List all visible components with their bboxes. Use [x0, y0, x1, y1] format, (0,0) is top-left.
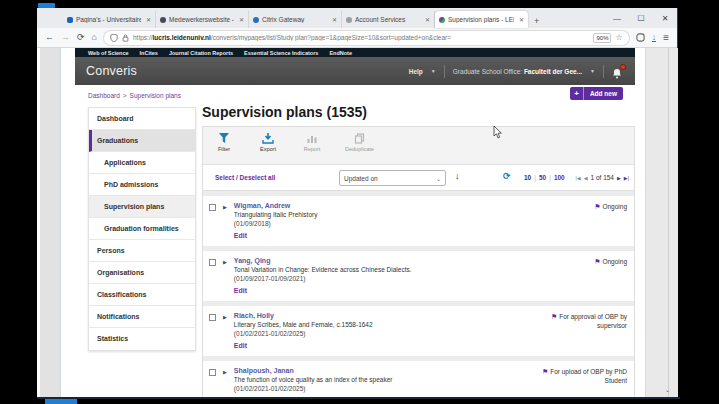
- bookmark-star-icon[interactable]: ☆: [615, 33, 622, 42]
- menu-icon[interactable]: ≡: [663, 32, 669, 43]
- help-menu[interactable]: Help: [409, 68, 423, 75]
- endnote-link[interactable]: EndNote: [329, 50, 352, 56]
- sidebar-item-applications[interactable]: Applications: [89, 152, 195, 174]
- sidebar-item-notifications[interactable]: Notifications: [89, 306, 195, 328]
- person-link[interactable]: Yang, Qing: [234, 257, 412, 264]
- esi-link[interactable]: Essential Science Indicators: [244, 50, 318, 56]
- add-new-button[interactable]: + Add new: [570, 87, 623, 100]
- sidebar-item-supervision-plans[interactable]: Supervision plans: [89, 196, 195, 218]
- next-page-icon[interactable]: ▶: [617, 175, 621, 181]
- person-link[interactable]: Wigman, Andrew: [234, 202, 318, 209]
- page-size-50[interactable]: 50: [539, 174, 546, 181]
- close-button[interactable]: ✕: [653, 14, 677, 23]
- edit-link[interactable]: Edit: [234, 342, 373, 349]
- maximize-button[interactable]: ☐: [629, 14, 653, 23]
- scrollbar-down-arrow[interactable]: ⌄: [665, 386, 670, 393]
- new-tab-button[interactable]: +: [528, 16, 545, 28]
- refresh-icon[interactable]: ⟳: [503, 172, 511, 181]
- downloads-icon[interactable]: ↓: [652, 34, 657, 42]
- divider: |: [549, 174, 551, 181]
- tab-close-icon[interactable]: ✕: [423, 16, 430, 23]
- office-label: Graduate School Office:: [453, 68, 522, 75]
- tab-close-icon[interactable]: ✕: [144, 16, 151, 23]
- last-page-icon[interactable]: ▶|: [624, 175, 629, 181]
- notifications-bell[interactable]: [612, 65, 624, 77]
- expand-arrow-icon[interactable]: ▶: [223, 314, 227, 320]
- filter-icon: [218, 133, 230, 144]
- sidebar-item-organisations[interactable]: Organisations: [89, 262, 195, 284]
- row-checkbox[interactable]: [209, 259, 216, 266]
- row-checkbox[interactable]: [209, 369, 216, 376]
- wos-link-bar: Web of Science InCites Journal Citation …: [75, 48, 635, 57]
- zoom-level-badge[interactable]: 90%: [593, 33, 611, 43]
- sidebar-item-dashboard[interactable]: Dashboard: [89, 108, 195, 130]
- incites-link[interactable]: InCites: [140, 50, 158, 56]
- breadcrumb: Dashboard > Supervision plans: [75, 88, 635, 102]
- tab-account-services[interactable]: Account Services ✕: [342, 11, 435, 28]
- divider: [444, 65, 445, 78]
- sidebar-item-graduation-formalities[interactable]: Graduation formalities: [89, 218, 195, 240]
- wos-link[interactable]: Web of Science: [88, 50, 129, 56]
- minimize-button[interactable]: —: [605, 14, 629, 23]
- reload-icon[interactable]: ⟳: [77, 33, 85, 42]
- sort-field-select[interactable]: Updated on ⌄: [339, 170, 446, 186]
- person-link[interactable]: Shalpoush, Janan: [234, 367, 393, 374]
- first-page-icon[interactable]: |◀: [575, 175, 580, 181]
- chevron-down-icon: ▼: [431, 68, 436, 74]
- page-size-switcher: 10 | 50 | 100: [524, 174, 565, 181]
- sidebar-item-statistics[interactable]: Statistics: [89, 328, 195, 350]
- tab-pagina[interactable]: Pagina's - Universitaire Bibl ✕: [63, 11, 156, 28]
- select-deselect-all-link[interactable]: Select / Deselect all: [215, 174, 275, 181]
- role-selector[interactable]: Graduate School Office: Faculteit der Ge…: [453, 68, 582, 75]
- breadcrumb-dashboard[interactable]: Dashboard: [88, 92, 120, 99]
- home-icon[interactable]: ⌂: [92, 33, 97, 42]
- extensions-icon[interactable]: [636, 33, 645, 42]
- sidebar-item-graduations[interactable]: Graduations: [89, 130, 195, 152]
- tab-close-icon[interactable]: ✕: [517, 16, 524, 23]
- list-toolbar: Filter Export Report: [203, 127, 634, 165]
- sidebar-item-phd-admissions[interactable]: PhD admissions: [89, 174, 195, 196]
- expand-arrow-icon[interactable]: ▶: [223, 259, 227, 265]
- sort-direction-icon[interactable]: ↓: [455, 171, 460, 181]
- forward-icon[interactable]: →: [61, 33, 70, 42]
- export-button[interactable]: Export: [257, 133, 279, 152]
- edit-link[interactable]: Edit: [234, 287, 412, 294]
- jcr-link[interactable]: Journal Citation Reports: [169, 50, 233, 56]
- url-host: lucris.leidenuniv.nl: [153, 34, 211, 41]
- list-item: ▶ Yang, Qing Tonal Variation in Change: …: [203, 251, 634, 301]
- back-icon[interactable]: ←: [45, 33, 54, 42]
- add-new-label: Add new: [584, 90, 623, 97]
- app-header: Converis Help ▼ Graduate School Office: …: [75, 57, 635, 85]
- tab-supervision-plans-active[interactable]: Supervision plans - LEIDEN ✕: [435, 11, 528, 28]
- sidebar-item-persons[interactable]: Persons: [89, 240, 195, 262]
- url-bar[interactable]: https://lucris.leidenuniv.nl/converis/my…: [104, 31, 629, 45]
- tab-close-icon[interactable]: ✕: [237, 16, 244, 23]
- chevron-down-icon: ▼: [590, 68, 595, 74]
- breadcrumb-current[interactable]: Supervision plans: [130, 92, 181, 99]
- expand-arrow-icon[interactable]: ▶: [223, 369, 227, 375]
- filter-button[interactable]: Filter: [213, 133, 235, 152]
- deduplicate-button[interactable]: Deduplicate: [345, 133, 374, 152]
- plan-title: Tonal Variation in Change: Evidence acro…: [234, 266, 412, 273]
- tab-medewerkers[interactable]: Medewerkerswebsite - Univ ✕: [156, 11, 249, 28]
- status-badge: ⚑Ongoing: [527, 257, 627, 267]
- plan-dates: (01/02/2021-01/02/2025): [234, 330, 373, 337]
- report-button[interactable]: Report: [301, 133, 323, 152]
- person-link[interactable]: Riach, Holly: [234, 312, 373, 319]
- converis-logo[interactable]: Converis: [86, 64, 137, 78]
- list-item: ▶ Wigman, Andrew Triangulating Italic Pr…: [203, 196, 634, 246]
- edit-link[interactable]: Edit: [234, 232, 318, 239]
- row-checkbox[interactable]: [209, 204, 216, 211]
- prev-page-icon[interactable]: ◀: [584, 175, 588, 181]
- supervision-plan-list: ▶ Wigman, Andrew Triangulating Italic Pr…: [203, 191, 634, 397]
- tab-citrix[interactable]: Citrix Gateway ✕: [249, 11, 342, 28]
- page-size-10[interactable]: 10: [524, 174, 531, 181]
- shield-icon[interactable]: [110, 34, 118, 42]
- mouse-cursor: [493, 126, 502, 139]
- tab-close-icon[interactable]: ✕: [330, 16, 337, 23]
- page-size-100[interactable]: 100: [554, 174, 565, 181]
- expand-arrow-icon[interactable]: ▶: [223, 204, 227, 210]
- row-checkbox[interactable]: [209, 314, 216, 321]
- vertical-scrollbar[interactable]: ⌄: [645, 48, 678, 397]
- sidebar-item-classifications[interactable]: Classifications: [89, 284, 195, 306]
